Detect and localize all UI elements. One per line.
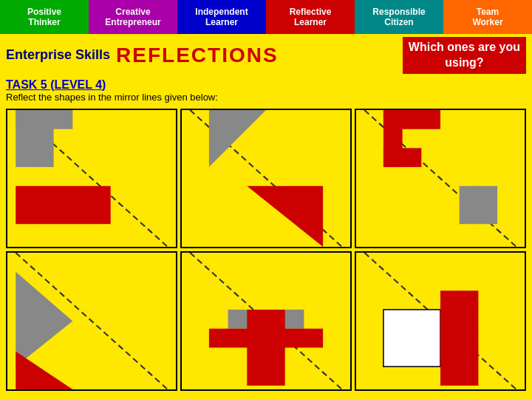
nav-tab-team-worker[interactable]: TeamWorker (443, 0, 532, 34)
task-area: TASK 5 (LEVEL 4) Reflect the shapes in t… (0, 77, 532, 106)
grid-1 (6, 109, 177, 248)
task-title: TASK 5 (LEVEL 4) (6, 78, 526, 92)
nav-tab-responsible-citizen[interactable]: ResponsibleCitizen (355, 0, 443, 34)
which-ones-box: Which ones are youusing? (403, 37, 526, 74)
header-area: Enterprise Skills REFLECTIONS Which ones… (0, 34, 532, 77)
page-title: REFLECTIONS (116, 44, 279, 67)
grids-container (0, 106, 532, 394)
grid-2 (180, 109, 352, 248)
svg-rect-105 (440, 290, 478, 385)
svg-rect-87 (247, 310, 284, 386)
svg-rect-17 (16, 185, 110, 223)
grid-4 (6, 251, 177, 391)
svg-rect-16 (16, 110, 72, 129)
enterprise-label: Enterprise Skills (6, 47, 110, 63)
grid-3 (355, 109, 526, 248)
nav-tab-independent-learner[interactable]: IndependentLearner (177, 0, 266, 34)
svg-rect-88 (209, 328, 323, 347)
nav-tab-positive-thinker[interactable]: PositiveThinker (0, 0, 89, 34)
top-nav: PositiveThinker CreativeEntrepreneur Ind… (0, 0, 532, 34)
task-description: Reflect the shapes in the mirror lines g… (6, 92, 526, 103)
grid-6 (355, 251, 526, 391)
nav-tab-creative-entrepreneur[interactable]: CreativeEntrepreneur (89, 0, 177, 34)
svg-rect-52 (383, 148, 421, 167)
svg-rect-104 (383, 310, 440, 366)
grid-5 (180, 251, 352, 391)
svg-rect-53 (460, 185, 497, 223)
nav-tab-reflective-learner[interactable]: ReflectiveLearner (266, 0, 355, 34)
